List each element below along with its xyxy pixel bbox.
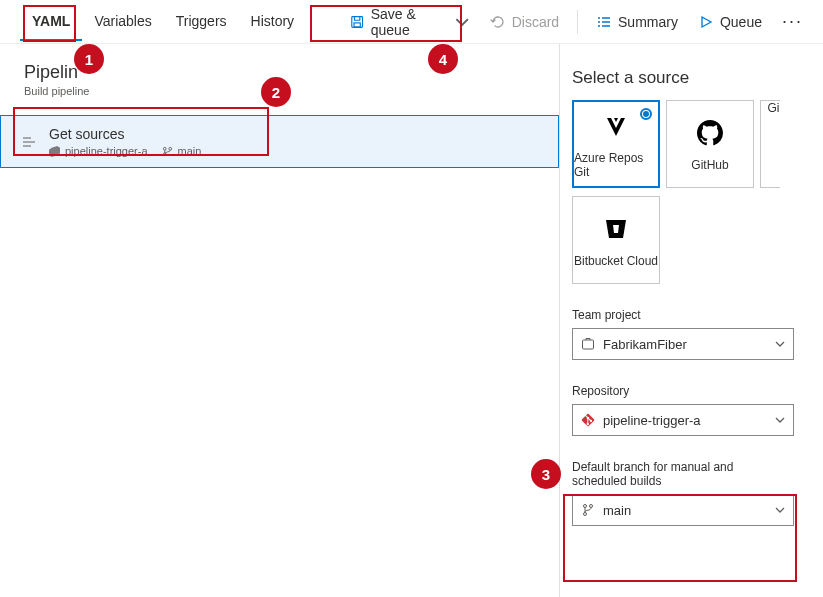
get-sources-branch: main xyxy=(162,145,202,157)
svg-point-8 xyxy=(584,513,587,516)
chevron-down-icon xyxy=(775,505,785,515)
svg-rect-1 xyxy=(354,22,360,26)
summary-button[interactable]: Summary xyxy=(586,8,688,36)
branch-icon xyxy=(581,503,595,517)
queue-button[interactable]: Queue xyxy=(688,8,772,36)
bitbucket-icon xyxy=(599,212,633,246)
undo-icon xyxy=(490,14,506,30)
tab-history[interactable]: History xyxy=(239,2,307,41)
svg-rect-5 xyxy=(583,340,594,349)
team-project-label: Team project xyxy=(572,308,823,322)
play-icon xyxy=(698,14,714,30)
queue-label: Queue xyxy=(720,14,762,30)
get-sources-branch-label: main xyxy=(178,145,202,157)
sources-icon xyxy=(21,134,37,150)
source-azure-label: Azure Repos Git xyxy=(574,151,658,179)
more-actions-button[interactable]: ··· xyxy=(772,5,813,38)
svg-point-2 xyxy=(163,147,166,150)
save-icon xyxy=(350,14,364,30)
chevron-down-icon xyxy=(455,14,469,30)
tab-yaml[interactable]: YAML xyxy=(20,2,82,41)
team-project-select[interactable]: FabrikamFiber xyxy=(572,328,794,360)
azure-devops-icon xyxy=(49,146,60,157)
chevron-down-icon xyxy=(775,339,785,349)
github-icon xyxy=(693,116,727,150)
svg-point-3 xyxy=(168,147,171,150)
default-branch-label: Default branch for manual and scheduled … xyxy=(572,460,782,488)
radio-selected-icon xyxy=(640,108,652,120)
discard-label: Discard xyxy=(512,14,559,30)
svg-point-6 xyxy=(584,505,587,508)
toolbar-separator xyxy=(577,10,578,34)
default-branch-value: main xyxy=(603,503,631,518)
repository-select[interactable]: pipeline-trigger-a xyxy=(572,404,794,436)
pipeline-subtitle: Build pipeline xyxy=(0,85,559,97)
list-icon xyxy=(596,14,612,30)
save-and-queue-button[interactable]: Save & queue xyxy=(340,0,479,44)
summary-label: Summary xyxy=(618,14,678,30)
tab-variables[interactable]: Variables xyxy=(82,2,163,41)
source-bitbucket-label: Bitbucket Cloud xyxy=(574,254,658,268)
source-github-label: GitHub xyxy=(691,158,728,172)
git-repo-icon xyxy=(581,413,595,427)
project-icon xyxy=(581,337,595,351)
repository-label: Repository xyxy=(572,384,823,398)
select-source-title: Select a source xyxy=(572,68,823,88)
get-sources-repo-label: pipeline-trigger-a xyxy=(65,145,148,157)
team-project-value: FabrikamFiber xyxy=(603,337,687,352)
source-partial-label: Gi xyxy=(768,101,780,115)
discard-button[interactable]: Discard xyxy=(480,8,569,36)
get-sources-repo: pipeline-trigger-a xyxy=(49,145,148,157)
repository-value: pipeline-trigger-a xyxy=(603,413,701,428)
source-github[interactable]: GitHub xyxy=(666,100,754,188)
source-bitbucket[interactable]: Bitbucket Cloud xyxy=(572,196,660,284)
get-sources-title: Get sources xyxy=(49,126,201,142)
svg-rect-0 xyxy=(352,16,363,27)
svg-point-7 xyxy=(590,505,593,508)
get-sources-row[interactable]: Get sources pipeline-trigger-a main xyxy=(0,115,559,168)
source-partial[interactable]: Gi xyxy=(760,100,780,188)
pipeline-title: Pipelin xyxy=(0,62,559,83)
chevron-down-icon xyxy=(775,415,785,425)
tab-triggers[interactable]: Triggers xyxy=(164,2,239,41)
default-branch-select[interactable]: main xyxy=(572,494,794,526)
save-and-queue-label: Save & queue xyxy=(371,6,450,38)
branch-icon xyxy=(162,146,173,157)
azure-repos-icon xyxy=(599,109,633,143)
source-azure-repos-git[interactable]: Azure Repos Git xyxy=(572,100,660,188)
